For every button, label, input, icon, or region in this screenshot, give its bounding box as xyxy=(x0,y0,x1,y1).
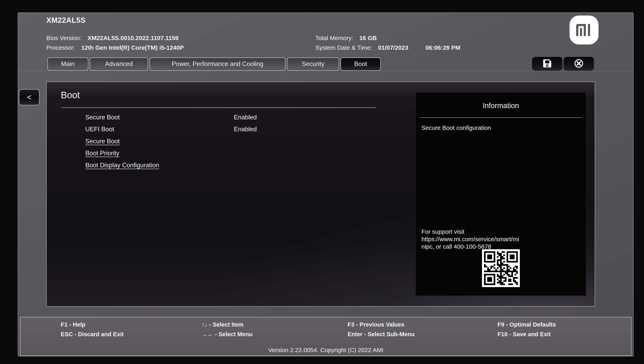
qr-code xyxy=(482,249,520,287)
processor-value: 12th Gen Intel(R) Core(TM) i5-1240P xyxy=(81,44,184,51)
submenu-boot-priority[interactable]: Boot Priority xyxy=(85,150,119,157)
system-time: 06:06:28 PM xyxy=(426,44,460,51)
total-memory-value: 16 GB xyxy=(359,35,377,41)
back-chevron-icon: < xyxy=(27,93,32,102)
information-description: Secure Boot configuration xyxy=(422,124,491,131)
information-panel: Information Secure Boot configuration Fo… xyxy=(416,92,586,296)
help-select-menu: →← - Select Menu xyxy=(202,329,252,339)
title-divider xyxy=(61,107,376,108)
system-info-block: XM22AL5S Bios Version:XM22AL5S.0010.2022… xyxy=(46,16,86,25)
window-controls xyxy=(532,57,594,71)
help-column: F9 - Optimal Defaults F10 - Save and Exi… xyxy=(498,320,556,339)
tab-advanced[interactable]: Advanced xyxy=(90,57,148,71)
setting-label: Secure Boot xyxy=(85,114,120,121)
bios-version-label: Bios Version: xyxy=(46,35,82,41)
submenu-boot-display-configuration[interactable]: Boot Display Configuration xyxy=(85,162,159,169)
help-f10: F10 - Save and Exit xyxy=(498,329,556,339)
page-title: Boot xyxy=(61,90,80,101)
help-column: F3 - Previous Values Enter - Select Sub-… xyxy=(348,320,415,339)
mi-logo-icon xyxy=(569,15,599,45)
back-button[interactable]: < xyxy=(19,89,40,105)
help-esc: ESC - Discard and Exit xyxy=(61,329,124,339)
help-f1: F1 - Help xyxy=(61,320,124,329)
datetime-label: System Date & Time: xyxy=(315,44,372,51)
circle-x-icon xyxy=(573,58,584,70)
tab-security[interactable]: Security xyxy=(287,57,339,71)
hotkey-help-bar: F1 - Help ESC - Discard and Exit ↑↓ - Se… xyxy=(20,317,632,356)
tab-main[interactable]: Main xyxy=(47,57,88,71)
setting-value[interactable]: Enabled xyxy=(234,114,257,121)
support-text: For support visit https://www.mi.com/ser… xyxy=(422,228,519,250)
processor-row: Processor:12th Gen Intel(R) Core(TM) i5-… xyxy=(46,44,184,51)
setting-value[interactable]: Enabled xyxy=(234,126,257,133)
help-f9: F9 - Optimal Defaults xyxy=(498,320,556,329)
tab-strip-divider xyxy=(18,71,633,71)
setting-secure-boot[interactable]: Secure Boot Enabled xyxy=(47,114,389,123)
bios-version-value: XM22AL5S.0010.2022.1107.1159 xyxy=(88,35,178,41)
menu-tabs: Main Advanced Power, Performance and Coo… xyxy=(47,57,381,71)
submenu-secure-boot[interactable]: Secure Boot xyxy=(85,138,120,145)
model-name: XM22AL5S xyxy=(46,16,86,25)
exit-button[interactable] xyxy=(564,57,594,71)
help-select-item: ↑↓ - Select Item xyxy=(202,320,252,329)
datetime-row: System Date & Time:01/07/202306:06:28 PM xyxy=(315,44,460,51)
total-memory-label: Total Memory: xyxy=(315,35,353,41)
help-enter: Enter - Select Sub-Menu xyxy=(348,329,415,339)
system-date: 01/07/2023 xyxy=(378,44,408,51)
setting-label: UEFI Boot xyxy=(85,126,114,133)
support-line: For support visit xyxy=(422,228,519,235)
total-memory-row: Total Memory:16 GB xyxy=(315,35,377,42)
tab-boot[interactable]: Boot xyxy=(340,57,381,71)
bios-screen: XM22AL5S Bios Version:XM22AL5S.0010.2022… xyxy=(18,13,634,356)
ami-version-text: Version 2.22.0054. Copyright (C) 2022 AM… xyxy=(20,347,631,353)
help-column: ↑↓ - Select Item →← - Select Menu xyxy=(202,320,252,339)
setting-uefi-boot[interactable]: UEFI Boot Enabled xyxy=(47,126,389,135)
bios-version-row: Bios Version:XM22AL5S.0010.2022.1107.115… xyxy=(46,35,178,42)
support-line: https://www.mi.com/service/smart/mi xyxy=(422,235,519,243)
help-f3: F3 - Previous Values xyxy=(348,320,415,329)
save-button[interactable] xyxy=(532,57,562,71)
boot-settings-panel: Boot Secure Boot Enabled UEFI Boot Enabl… xyxy=(46,82,595,307)
information-divider xyxy=(420,117,582,118)
information-title: Information xyxy=(416,102,586,110)
help-column: F1 - Help ESC - Discard and Exit xyxy=(61,320,124,339)
floppy-disk-icon xyxy=(542,58,552,70)
tab-power-performance-cooling[interactable]: Power, Performance and Cooling xyxy=(150,57,286,71)
processor-label: Processor: xyxy=(46,44,75,51)
